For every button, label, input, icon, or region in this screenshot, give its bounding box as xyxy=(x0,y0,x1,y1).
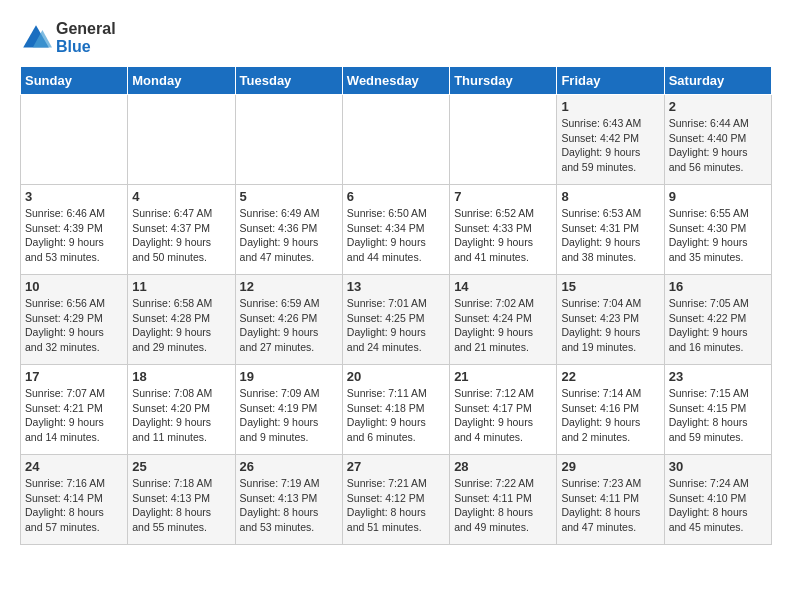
calendar-cell: 17Sunrise: 7:07 AM Sunset: 4:21 PM Dayli… xyxy=(21,365,128,455)
calendar-cell: 13Sunrise: 7:01 AM Sunset: 4:25 PM Dayli… xyxy=(342,275,449,365)
weekday-header: Wednesday xyxy=(342,67,449,95)
calendar-cell: 24Sunrise: 7:16 AM Sunset: 4:14 PM Dayli… xyxy=(21,455,128,545)
day-number: 8 xyxy=(561,189,659,204)
calendar-cell: 15Sunrise: 7:04 AM Sunset: 4:23 PM Dayli… xyxy=(557,275,664,365)
day-number: 9 xyxy=(669,189,767,204)
day-info: Sunrise: 6:52 AM Sunset: 4:33 PM Dayligh… xyxy=(454,206,552,265)
day-number: 30 xyxy=(669,459,767,474)
day-info: Sunrise: 7:16 AM Sunset: 4:14 PM Dayligh… xyxy=(25,476,123,535)
calendar-cell xyxy=(128,95,235,185)
day-info: Sunrise: 6:56 AM Sunset: 4:29 PM Dayligh… xyxy=(25,296,123,355)
calendar-cell: 26Sunrise: 7:19 AM Sunset: 4:13 PM Dayli… xyxy=(235,455,342,545)
day-info: Sunrise: 7:12 AM Sunset: 4:17 PM Dayligh… xyxy=(454,386,552,445)
calendar-cell: 5Sunrise: 6:49 AM Sunset: 4:36 PM Daylig… xyxy=(235,185,342,275)
day-info: Sunrise: 7:23 AM Sunset: 4:11 PM Dayligh… xyxy=(561,476,659,535)
calendar-week-row: 10Sunrise: 6:56 AM Sunset: 4:29 PM Dayli… xyxy=(21,275,772,365)
day-number: 5 xyxy=(240,189,338,204)
calendar-cell: 8Sunrise: 6:53 AM Sunset: 4:31 PM Daylig… xyxy=(557,185,664,275)
day-info: Sunrise: 7:04 AM Sunset: 4:23 PM Dayligh… xyxy=(561,296,659,355)
day-info: Sunrise: 6:49 AM Sunset: 4:36 PM Dayligh… xyxy=(240,206,338,265)
day-number: 4 xyxy=(132,189,230,204)
day-info: Sunrise: 7:19 AM Sunset: 4:13 PM Dayligh… xyxy=(240,476,338,535)
calendar: SundayMondayTuesdayWednesdayThursdayFrid… xyxy=(20,66,772,545)
logo-icon xyxy=(20,22,52,54)
day-info: Sunrise: 6:55 AM Sunset: 4:30 PM Dayligh… xyxy=(669,206,767,265)
calendar-cell: 14Sunrise: 7:02 AM Sunset: 4:24 PM Dayli… xyxy=(450,275,557,365)
day-number: 24 xyxy=(25,459,123,474)
day-number: 6 xyxy=(347,189,445,204)
calendar-week-row: 17Sunrise: 7:07 AM Sunset: 4:21 PM Dayli… xyxy=(21,365,772,455)
calendar-cell: 6Sunrise: 6:50 AM Sunset: 4:34 PM Daylig… xyxy=(342,185,449,275)
day-number: 28 xyxy=(454,459,552,474)
day-number: 16 xyxy=(669,279,767,294)
calendar-cell: 28Sunrise: 7:22 AM Sunset: 4:11 PM Dayli… xyxy=(450,455,557,545)
weekday-header: Thursday xyxy=(450,67,557,95)
calendar-cell: 1Sunrise: 6:43 AM Sunset: 4:42 PM Daylig… xyxy=(557,95,664,185)
weekday-header: Saturday xyxy=(664,67,771,95)
day-number: 3 xyxy=(25,189,123,204)
day-info: Sunrise: 7:02 AM Sunset: 4:24 PM Dayligh… xyxy=(454,296,552,355)
calendar-cell: 23Sunrise: 7:15 AM Sunset: 4:15 PM Dayli… xyxy=(664,365,771,455)
day-number: 27 xyxy=(347,459,445,474)
day-number: 26 xyxy=(240,459,338,474)
calendar-cell xyxy=(235,95,342,185)
day-info: Sunrise: 6:58 AM Sunset: 4:28 PM Dayligh… xyxy=(132,296,230,355)
calendar-header-row: SundayMondayTuesdayWednesdayThursdayFrid… xyxy=(21,67,772,95)
day-number: 2 xyxy=(669,99,767,114)
logo-text: General Blue xyxy=(56,20,116,56)
calendar-cell xyxy=(21,95,128,185)
calendar-cell: 25Sunrise: 7:18 AM Sunset: 4:13 PM Dayli… xyxy=(128,455,235,545)
day-info: Sunrise: 7:22 AM Sunset: 4:11 PM Dayligh… xyxy=(454,476,552,535)
calendar-cell: 2Sunrise: 6:44 AM Sunset: 4:40 PM Daylig… xyxy=(664,95,771,185)
day-info: Sunrise: 7:18 AM Sunset: 4:13 PM Dayligh… xyxy=(132,476,230,535)
day-info: Sunrise: 6:43 AM Sunset: 4:42 PM Dayligh… xyxy=(561,116,659,175)
day-number: 10 xyxy=(25,279,123,294)
logo: General Blue xyxy=(20,20,116,56)
calendar-week-row: 3Sunrise: 6:46 AM Sunset: 4:39 PM Daylig… xyxy=(21,185,772,275)
calendar-cell: 16Sunrise: 7:05 AM Sunset: 4:22 PM Dayli… xyxy=(664,275,771,365)
day-number: 14 xyxy=(454,279,552,294)
calendar-cell: 19Sunrise: 7:09 AM Sunset: 4:19 PM Dayli… xyxy=(235,365,342,455)
calendar-cell: 27Sunrise: 7:21 AM Sunset: 4:12 PM Dayli… xyxy=(342,455,449,545)
calendar-cell: 11Sunrise: 6:58 AM Sunset: 4:28 PM Dayli… xyxy=(128,275,235,365)
calendar-cell: 30Sunrise: 7:24 AM Sunset: 4:10 PM Dayli… xyxy=(664,455,771,545)
day-number: 25 xyxy=(132,459,230,474)
day-number: 15 xyxy=(561,279,659,294)
calendar-cell xyxy=(342,95,449,185)
day-number: 13 xyxy=(347,279,445,294)
day-number: 1 xyxy=(561,99,659,114)
day-info: Sunrise: 6:50 AM Sunset: 4:34 PM Dayligh… xyxy=(347,206,445,265)
day-number: 17 xyxy=(25,369,123,384)
day-number: 7 xyxy=(454,189,552,204)
calendar-week-row: 24Sunrise: 7:16 AM Sunset: 4:14 PM Dayli… xyxy=(21,455,772,545)
day-info: Sunrise: 6:53 AM Sunset: 4:31 PM Dayligh… xyxy=(561,206,659,265)
day-info: Sunrise: 7:11 AM Sunset: 4:18 PM Dayligh… xyxy=(347,386,445,445)
day-info: Sunrise: 7:09 AM Sunset: 4:19 PM Dayligh… xyxy=(240,386,338,445)
calendar-cell: 20Sunrise: 7:11 AM Sunset: 4:18 PM Dayli… xyxy=(342,365,449,455)
day-number: 29 xyxy=(561,459,659,474)
calendar-cell: 22Sunrise: 7:14 AM Sunset: 4:16 PM Dayli… xyxy=(557,365,664,455)
calendar-cell: 3Sunrise: 6:46 AM Sunset: 4:39 PM Daylig… xyxy=(21,185,128,275)
day-number: 22 xyxy=(561,369,659,384)
weekday-header: Tuesday xyxy=(235,67,342,95)
weekday-header: Friday xyxy=(557,67,664,95)
calendar-cell: 4Sunrise: 6:47 AM Sunset: 4:37 PM Daylig… xyxy=(128,185,235,275)
calendar-cell xyxy=(450,95,557,185)
header: General Blue xyxy=(20,20,772,56)
day-info: Sunrise: 6:44 AM Sunset: 4:40 PM Dayligh… xyxy=(669,116,767,175)
calendar-cell: 18Sunrise: 7:08 AM Sunset: 4:20 PM Dayli… xyxy=(128,365,235,455)
day-info: Sunrise: 7:08 AM Sunset: 4:20 PM Dayligh… xyxy=(132,386,230,445)
day-number: 18 xyxy=(132,369,230,384)
day-number: 11 xyxy=(132,279,230,294)
calendar-cell: 10Sunrise: 6:56 AM Sunset: 4:29 PM Dayli… xyxy=(21,275,128,365)
day-info: Sunrise: 6:47 AM Sunset: 4:37 PM Dayligh… xyxy=(132,206,230,265)
weekday-header: Sunday xyxy=(21,67,128,95)
calendar-cell: 9Sunrise: 6:55 AM Sunset: 4:30 PM Daylig… xyxy=(664,185,771,275)
weekday-header: Monday xyxy=(128,67,235,95)
day-info: Sunrise: 7:14 AM Sunset: 4:16 PM Dayligh… xyxy=(561,386,659,445)
day-number: 19 xyxy=(240,369,338,384)
calendar-cell: 7Sunrise: 6:52 AM Sunset: 4:33 PM Daylig… xyxy=(450,185,557,275)
day-info: Sunrise: 6:59 AM Sunset: 4:26 PM Dayligh… xyxy=(240,296,338,355)
calendar-cell: 12Sunrise: 6:59 AM Sunset: 4:26 PM Dayli… xyxy=(235,275,342,365)
calendar-week-row: 1Sunrise: 6:43 AM Sunset: 4:42 PM Daylig… xyxy=(21,95,772,185)
